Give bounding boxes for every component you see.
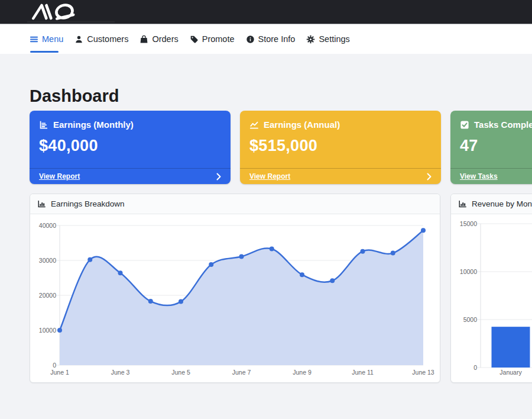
- tag-icon: [190, 35, 199, 44]
- main-nav: Menu Customers Orders Promote: [0, 24, 532, 54]
- nav-item-store-info[interactable]: Store Info: [246, 34, 296, 44]
- svg-text:January: January: [499, 369, 522, 376]
- chart-bar-icon: [37, 199, 46, 208]
- svg-text:15000: 15000: [460, 220, 477, 227]
- stat-cards-row: Earnings (Monthly) $40,000 View Report: [30, 111, 532, 184]
- stat-card-header: Earnings (Monthly): [30, 111, 231, 130]
- svg-text:40000: 40000: [39, 222, 56, 229]
- svg-text:June 11: June 11: [352, 369, 374, 376]
- chevron-right-icon[interactable]: [216, 173, 221, 181]
- nav-item-label: Orders: [152, 34, 178, 44]
- topbar: [0, 0, 532, 24]
- earnings-breakdown-card: Earnings Breakdown 010000200003000040000…: [30, 194, 440, 383]
- stat-card-value: $40,000: [30, 137, 231, 155]
- nav-active-underline: [30, 51, 59, 53]
- view-report-link[interactable]: View Report: [249, 172, 290, 181]
- nav-item-promote[interactable]: Promote: [190, 34, 235, 44]
- svg-text:30000: 30000: [39, 257, 56, 264]
- stat-card-footer: View Tasks: [450, 168, 532, 184]
- line-chart-icon: [249, 120, 259, 130]
- stat-card-footer: View Report: [240, 168, 441, 184]
- person-icon: [74, 35, 83, 44]
- svg-text:0: 0: [53, 362, 56, 369]
- earnings-breakdown-chart[interactable]: 010000200003000040000June 1June 3June 5J…: [30, 214, 440, 383]
- svg-text:June 3: June 3: [111, 369, 130, 376]
- svg-text:June 5: June 5: [171, 369, 190, 376]
- nav-item-label: Menu: [42, 34, 63, 44]
- chart-card-header: Revenue by Month: [451, 194, 532, 214]
- nav-item-label: Promote: [202, 34, 235, 44]
- chart-card-header: Earnings Breakdown: [30, 194, 440, 214]
- stat-card-header: Earnings (Annual): [240, 111, 441, 130]
- svg-text:10000: 10000: [460, 268, 477, 275]
- nav-item-orders[interactable]: Orders: [140, 34, 178, 44]
- charts-row: Earnings Breakdown 010000200003000040000…: [30, 194, 532, 383]
- stat-card-title: Tasks Completed: [474, 120, 532, 130]
- chart-bar-icon: [458, 199, 467, 208]
- stat-card-title: Earnings (Monthly): [53, 120, 134, 130]
- stat-card-value: $515,000: [240, 137, 441, 155]
- svg-text:10000: 10000: [39, 327, 56, 334]
- svg-text:June 1: June 1: [50, 369, 69, 376]
- stat-card-tasks-completed: Tasks Completed 47 View Tasks: [450, 111, 532, 184]
- stat-card-footer: View Report: [30, 168, 231, 184]
- nav-item-customers[interactable]: Customers: [74, 34, 128, 44]
- nav-item-label: Customers: [87, 34, 128, 44]
- svg-text:0: 0: [473, 364, 477, 371]
- stat-card-title: Earnings (Annual): [264, 120, 340, 130]
- chart-title: Earnings Breakdown: [51, 199, 125, 208]
- info-icon: [246, 35, 255, 44]
- dashboard-app: Menu Customers Orders Promote: [0, 0, 532, 419]
- gear-icon: [306, 35, 315, 44]
- stat-card-earnings-monthly: Earnings (Monthly) $40,000 View Report: [30, 111, 231, 184]
- svg-text:June 13: June 13: [412, 369, 434, 376]
- bag-icon: [140, 35, 148, 44]
- nav-item-label: Settings: [319, 34, 349, 44]
- stat-card-header: Tasks Completed: [450, 111, 532, 130]
- svg-text:June 9: June 9: [293, 369, 312, 376]
- view-tasks-link[interactable]: View Tasks: [460, 172, 498, 181]
- nav-item-menu[interactable]: Menu: [30, 34, 63, 44]
- chevron-right-icon[interactable]: [427, 173, 432, 181]
- check-square-icon: [460, 120, 469, 130]
- chart-title: Revenue by Month: [472, 199, 532, 208]
- bar-chart-icon: [39, 120, 48, 130]
- page-title: Dashboard: [30, 87, 532, 105]
- page-content: Dashboard Earnings (Monthly) $40,000 Vie…: [0, 87, 532, 383]
- svg-text:June 7: June 7: [232, 369, 251, 376]
- view-report-link[interactable]: View Report: [39, 172, 80, 181]
- revenue-by-month-chart[interactable]: 050001000015000January: [451, 214, 532, 383]
- nav-item-label: Store Info: [258, 34, 296, 44]
- svg-text:20000: 20000: [39, 292, 56, 299]
- stat-card-value: 47: [450, 137, 532, 155]
- nav-item-settings[interactable]: Settings: [306, 34, 349, 44]
- hamburger-icon: [30, 35, 38, 44]
- logo-underline: [27, 21, 115, 22]
- brand-logo-icon[interactable]: [27, 3, 81, 21]
- svg-text:5000: 5000: [463, 316, 478, 323]
- stat-card-earnings-annual: Earnings (Annual) $515,000 View Report: [240, 111, 441, 184]
- revenue-by-month-card: Revenue by Month 050001000015000January: [450, 194, 532, 383]
